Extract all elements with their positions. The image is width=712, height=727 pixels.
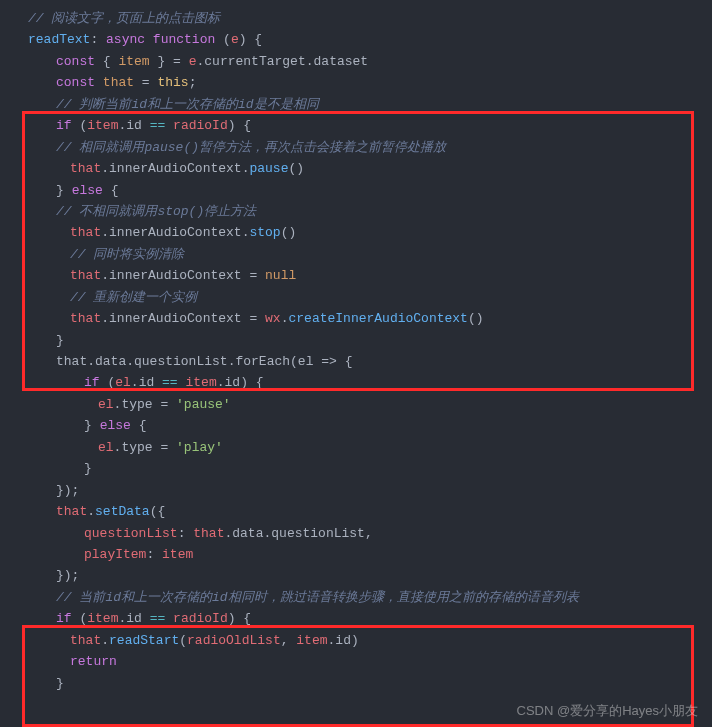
punct: ; (189, 75, 197, 90)
code-line: // 同时将实例清除 (14, 244, 698, 265)
var: radioId (173, 611, 228, 626)
punct: { (243, 611, 251, 626)
code-line: playItem: item (14, 544, 698, 565)
kw: if (56, 118, 72, 133)
op: == (142, 611, 173, 626)
comment: // 阅读文字，页面上的点击图标 (28, 11, 220, 26)
code-line: // 当前id和上一次存储的id相同时，跳过语音转换步骤，直接使用之前的存储的语… (14, 587, 698, 608)
comment: // 不相同就调用stop()停止方法 (56, 204, 256, 219)
op: == (154, 375, 185, 390)
comment: // 重新创建一个实例 (70, 290, 197, 305)
punct: . (217, 375, 225, 390)
punct: , (365, 526, 373, 541)
comment: // 当前id和上一次存储的id相同时，跳过语音转换步骤，直接使用之前的存储的语… (56, 590, 579, 605)
comment: // 相同就调用pause()暂停方法，再次点击会接着之前暂停处播放 (56, 140, 446, 155)
punct: () (288, 161, 304, 176)
punct: . (101, 225, 109, 240)
var: item (162, 547, 193, 562)
code-line: that.readStart(radioOldList, item.id) (14, 630, 698, 651)
prop: currentTarget (204, 54, 305, 69)
op: == (142, 118, 173, 133)
comment: // 判断当前id和上一次存储的id是不是相同 (56, 97, 319, 112)
var: radioOldList (187, 633, 281, 648)
code-line: that.innerAudioContext = null (14, 265, 698, 286)
punct: } (84, 461, 92, 476)
punct: = (242, 268, 265, 283)
comment: // 同时将实例清除 (70, 247, 184, 262)
punct: { (256, 375, 264, 390)
punct: ) (228, 118, 236, 133)
var: that (56, 504, 87, 519)
punct: , (281, 633, 297, 648)
prop: id (126, 118, 142, 133)
punct: . (306, 54, 314, 69)
code-line: questionList: that.data.questionList, (14, 523, 698, 544)
var: that (70, 633, 101, 648)
code-line: } else { (14, 180, 698, 201)
code-line: readText: async function (e) { (14, 29, 698, 50)
var: that (70, 161, 101, 176)
code-line: that.setData({ (14, 501, 698, 522)
punct: . (131, 375, 139, 390)
var: radioId (173, 118, 228, 133)
code-block: // 阅读文字，页面上的点击图标 readText: async functio… (0, 8, 712, 694)
punct: ( (223, 32, 231, 47)
code-line: that.innerAudioContext.pause() (14, 158, 698, 179)
kw: else (72, 183, 103, 198)
prop: innerAudioContext (109, 225, 242, 240)
var: el (98, 397, 114, 412)
kw: if (56, 611, 72, 626)
prop: id (335, 633, 351, 648)
var: that (70, 311, 101, 326)
fn: setData (95, 504, 150, 519)
punct: { (139, 418, 147, 433)
code-line: const { item } = e.currentTarget.dataset (14, 51, 698, 72)
var: item (185, 375, 216, 390)
punct: . (101, 311, 109, 326)
prop: innerAudioContext (109, 161, 242, 176)
punct: ); (64, 568, 80, 583)
punct: ); (64, 483, 80, 498)
var: item (118, 54, 149, 69)
code-line: that.data.questionList.forEach(el => { (14, 351, 698, 372)
kw: async (106, 32, 145, 47)
fn: pause (249, 161, 288, 176)
fn-name: readText (28, 32, 90, 47)
code-line: if (item.id == radioId) { (14, 115, 698, 136)
punct: { (103, 54, 119, 69)
punct: } (56, 676, 64, 691)
prop: questionList (84, 526, 178, 541)
var: that (70, 225, 101, 240)
punct: . (101, 268, 109, 283)
punct: { (243, 118, 251, 133)
fn: readStart (109, 633, 179, 648)
watermark: CSDN @爱分享的Hayes小朋友 (517, 700, 699, 721)
punct: . (101, 161, 109, 176)
fn: stop (249, 225, 280, 240)
var: el (115, 375, 131, 390)
code-line: } (14, 673, 698, 694)
punct: ) (228, 611, 236, 626)
var: item (87, 611, 118, 626)
code-line: that.innerAudioContext.stop() (14, 222, 698, 243)
punct: = (134, 75, 157, 90)
kw: return (70, 654, 117, 669)
code-line: const that = this; (14, 72, 698, 93)
code-line: // 不相同就调用stop()停止方法 (14, 201, 698, 222)
punct: = (153, 440, 176, 455)
punct: { (111, 183, 119, 198)
code-line: if (item.id == radioId) { (14, 608, 698, 629)
code-line: el.type = 'play' (14, 437, 698, 458)
punct: () (281, 225, 297, 240)
punct: ) (240, 375, 248, 390)
punct: () (468, 311, 484, 326)
kw: function (153, 32, 215, 47)
prop: data (232, 526, 263, 541)
code-line: }); (14, 480, 698, 501)
prop: id (139, 375, 155, 390)
var: item (87, 118, 118, 133)
punct: } = (150, 54, 189, 69)
code-line: if (el.id == item.id) { (14, 372, 698, 393)
code-line: that.innerAudioContext = wx.createInnerA… (14, 308, 698, 329)
punct: ) (351, 633, 359, 648)
